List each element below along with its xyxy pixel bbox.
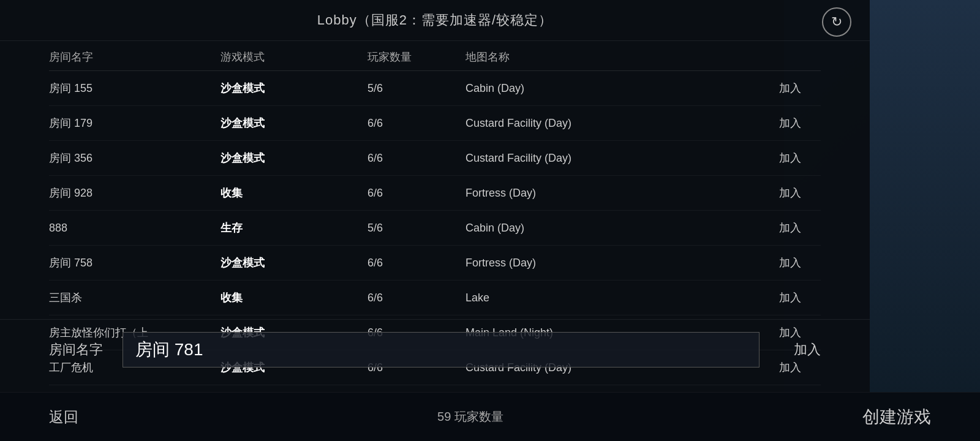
cell-room-0: 房间 155: [49, 81, 221, 96]
cell-map-0: Cabin (Day): [466, 82, 760, 95]
col-header-mode: 游戏模式: [221, 50, 368, 64]
cell-room-4: 888: [49, 222, 221, 235]
cell-players-5: 6/6: [368, 257, 466, 270]
room-input-section: 房间名字 加入: [0, 319, 870, 380]
join-button-0[interactable]: 加入: [760, 78, 821, 98]
table-row: 三国杀 收集 6/6 Lake 加入: [49, 281, 821, 315]
cell-players-0: 5/6: [368, 82, 466, 95]
cell-players-2: 6/6: [368, 152, 466, 165]
cell-map-3: Fortress (Day): [466, 187, 760, 200]
join-button-1[interactable]: 加入: [760, 113, 821, 133]
col-header-room: 房间名字: [49, 50, 221, 64]
cell-map-4: Cabin (Day): [466, 222, 760, 235]
cell-room-6: 三国杀: [49, 290, 221, 305]
table-row: 房间 928 收集 6/6 Fortress (Day) 加入: [49, 176, 821, 211]
join-button-5[interactable]: 加入: [760, 253, 821, 273]
cell-mode-1: 沙盒模式: [221, 116, 368, 130]
bottom-bar: 返回 59 玩家数量 创建游戏: [0, 392, 980, 441]
cell-room-3: 房间 928: [49, 186, 221, 200]
cell-mode-0: 沙盒模式: [221, 81, 368, 96]
table-row: 房间 356 沙盒模式 6/6 Custard Facility (Day) 加…: [49, 141, 821, 176]
lobby-title: Lobby（国服2：需要加速器/较稳定）: [317, 11, 552, 29]
cell-players-6: 6/6: [368, 292, 466, 304]
cell-mode-2: 沙盒模式: [221, 151, 368, 165]
join-button-2[interactable]: 加入: [760, 148, 821, 168]
right-decorative-panel: [870, 0, 980, 441]
cell-players-4: 5/6: [368, 222, 466, 235]
cell-map-1: Custard Facility (Day): [466, 117, 760, 130]
cell-players-3: 6/6: [368, 187, 466, 200]
cell-map-6: Lake: [466, 292, 760, 304]
room-input-label: 房间名字: [49, 341, 110, 359]
cell-players-1: 6/6: [368, 117, 466, 130]
table-row: 888 生存 5/6 Cabin (Day) 加入: [49, 211, 821, 246]
table-row: 房间 155 沙盒模式 5/6 Cabin (Day) 加入: [49, 71, 821, 106]
cell-mode-4: 生存: [221, 221, 368, 235]
cell-mode-5: 沙盒模式: [221, 255, 368, 270]
join-input-button[interactable]: 加入: [772, 341, 821, 359]
refresh-button[interactable]: ↻: [822, 7, 851, 37]
cell-mode-3: 收集: [221, 186, 368, 200]
table-row: 房间 758 沙盒模式 6/6 Fortress (Day) 加入: [49, 246, 821, 281]
cell-mode-6: 收集: [221, 290, 368, 305]
create-game-button[interactable]: 创建游戏: [862, 405, 931, 429]
col-header-players: 玩家数量: [368, 50, 466, 64]
join-button-4[interactable]: 加入: [760, 218, 821, 238]
cell-map-2: Custard Facility (Day): [466, 152, 760, 165]
cell-map-5: Fortress (Day): [466, 257, 760, 270]
main-panel: Lobby（国服2：需要加速器/较稳定） ↻ 房间名字 游戏模式 玩家数量 地图…: [0, 0, 870, 441]
lobby-header: Lobby（国服2：需要加速器/较稳定） ↻: [0, 0, 870, 41]
player-count: 59 玩家数量: [437, 409, 503, 425]
cell-room-1: 房间 179: [49, 116, 221, 130]
col-header-map: 地图名称: [466, 50, 760, 64]
join-button-3[interactable]: 加入: [760, 183, 821, 203]
table-header: 房间名字 游戏模式 玩家数量 地图名称: [49, 41, 821, 71]
back-button[interactable]: 返回: [49, 407, 78, 427]
join-button-6[interactable]: 加入: [760, 288, 821, 307]
table-row: 房间 179 沙盒模式 6/6 Custard Facility (Day) 加…: [49, 106, 821, 141]
col-header-join: [760, 50, 821, 64]
room-name-input[interactable]: [123, 332, 760, 368]
cell-room-5: 房间 758: [49, 255, 221, 270]
cell-room-2: 房间 356: [49, 151, 221, 165]
